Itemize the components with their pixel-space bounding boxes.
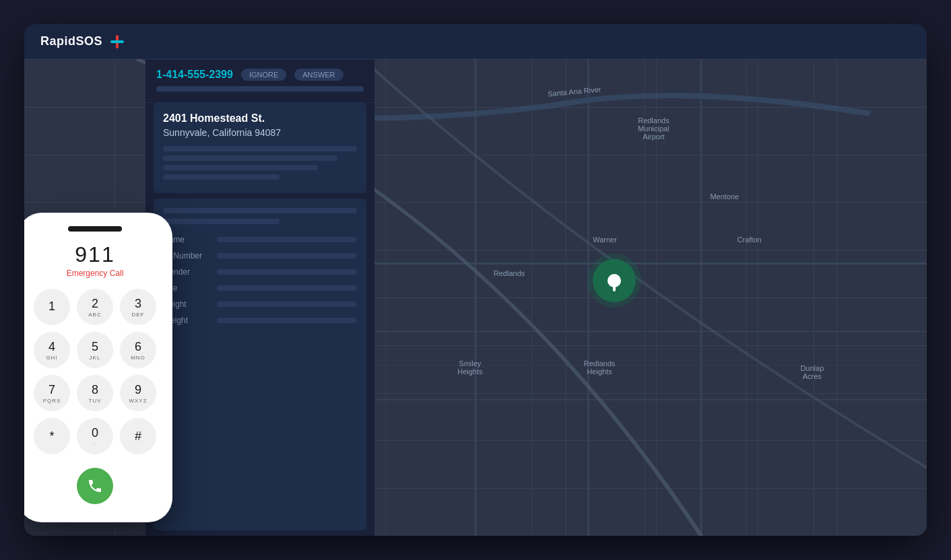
info-row-weight: Weight <box>163 316 357 325</box>
dial-4[interactable]: 4GHI <box>34 332 70 368</box>
main-content: RedlandsMunicipalAirport Mentone Warner … <box>24 59 927 536</box>
address-line2: Sunnyvale, California 94087 <box>163 127 357 138</box>
value-height <box>217 302 357 307</box>
dial-1[interactable]: 1 <box>34 289 70 325</box>
dial-8[interactable]: 8TUV <box>77 375 113 411</box>
value-age <box>217 285 357 291</box>
dial-3[interactable]: 3DEF <box>120 289 156 325</box>
value-name <box>217 237 357 242</box>
plus-icon <box>108 32 127 51</box>
dial-6[interactable]: 6MNO <box>120 332 156 368</box>
svg-rect-1 <box>110 40 124 43</box>
info-row-age: Age <box>163 283 357 293</box>
address-line1: 2401 Homestead St. <box>163 112 357 125</box>
info-skeleton-1 <box>163 208 357 213</box>
caller-info-section: Name ID Number Gender Age Height <box>154 199 366 530</box>
info-row-gender: Gender <box>163 267 357 277</box>
logo: RapidSOS <box>40 32 127 51</box>
dial-2[interactable]: 2ABC <box>77 289 113 325</box>
info-row-id: ID Number <box>163 251 357 260</box>
panel-header: 1-414-555-2399 IGNORE ANSWER <box>145 59 374 103</box>
addr-skeleton-4 <box>163 174 280 180</box>
value-id <box>217 253 357 258</box>
addr-skeleton-3 <box>163 165 318 170</box>
phone-mockup: 911 Emergency Call 1 2ABC 3DEF 4GHI 5JKL… <box>24 213 172 522</box>
dialpad: 1 2ABC 3DEF 4GHI 5JKL 6MNO 7PQRS 8TUV 9W… <box>34 289 156 454</box>
address-section: 2401 Homestead St. Sunnyvale, California… <box>154 103 366 193</box>
caller-phone: 1-414-555-2399 <box>156 69 233 81</box>
dial-5[interactable]: 5JKL <box>77 332 113 368</box>
addr-skeleton-1 <box>163 146 357 151</box>
addr-skeleton-2 <box>163 155 337 161</box>
info-row-name: Name <box>163 235 357 244</box>
pin-center <box>608 274 621 287</box>
header-skeleton <box>156 86 364 92</box>
phone-number-display: 911 <box>75 242 114 267</box>
ignore-button[interactable]: IGNORE <box>241 69 286 81</box>
app-container: RapidSOS <box>24 24 927 536</box>
value-weight <box>217 318 357 323</box>
app-name: RapidSOS <box>40 34 102 48</box>
dial-9[interactable]: 9WXYZ <box>120 375 156 411</box>
dial-hash[interactable]: # <box>120 418 156 454</box>
call-button-row <box>77 468 113 504</box>
emergency-label: Emergency Call <box>67 269 124 278</box>
call-button[interactable] <box>77 468 113 504</box>
dial-7[interactable]: 7PQRS <box>34 375 70 411</box>
phone-number-bar: 1-414-555-2399 IGNORE ANSWER <box>156 69 364 81</box>
dial-star[interactable]: * <box>34 418 70 454</box>
value-gender <box>217 269 357 275</box>
info-row-height: Height <box>163 300 357 309</box>
dial-0[interactable]: 0· <box>77 418 113 454</box>
rapidsos-panel: 1-414-555-2399 IGNORE ANSWER 2401 Homest… <box>145 59 374 536</box>
answer-button[interactable]: ANSWER <box>294 69 343 81</box>
app-header: RapidSOS <box>24 24 927 59</box>
info-skeleton-2 <box>163 219 280 224</box>
phone-notch <box>68 226 122 232</box>
